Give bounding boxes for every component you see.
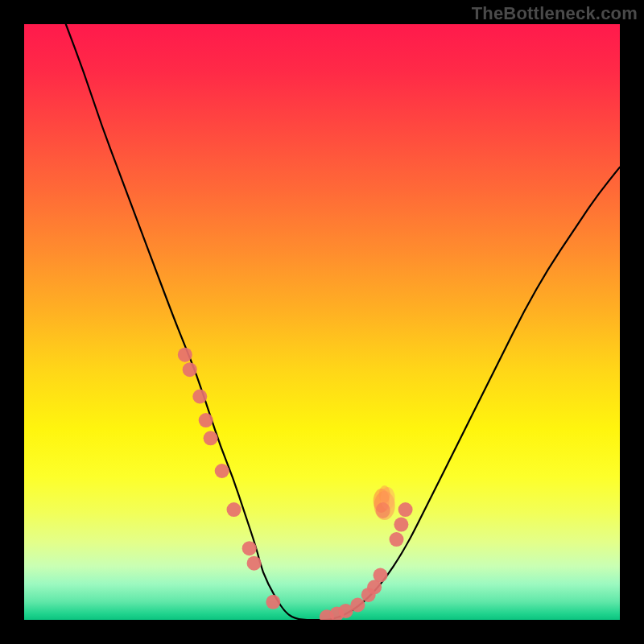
data-marker <box>178 348 192 362</box>
data-marker <box>247 556 262 571</box>
data-marker <box>183 362 197 377</box>
data-marker <box>192 390 207 404</box>
data-marker <box>204 431 218 445</box>
chart-svg <box>24 24 620 620</box>
data-marker <box>266 595 280 609</box>
data-marker <box>390 532 404 547</box>
data-marker <box>242 541 257 555</box>
watermark-text: TheBottleneck.com <box>472 3 638 24</box>
plot-area <box>24 24 620 620</box>
markers-right-group <box>320 502 413 620</box>
data-marker <box>199 413 213 427</box>
data-marker <box>394 518 408 532</box>
data-marker <box>398 502 413 517</box>
data-marker <box>215 464 229 478</box>
accent-blob <box>374 485 395 520</box>
data-marker <box>227 502 242 517</box>
markers-left-group <box>178 348 280 609</box>
accent-blob-part <box>379 485 390 503</box>
chart-frame: TheBottleneck.com <box>0 0 644 644</box>
curve-group <box>66 24 620 620</box>
data-marker <box>350 598 365 613</box>
bottleneck-curve <box>66 24 620 620</box>
data-marker <box>374 568 388 583</box>
accent-blob-part <box>376 502 390 518</box>
